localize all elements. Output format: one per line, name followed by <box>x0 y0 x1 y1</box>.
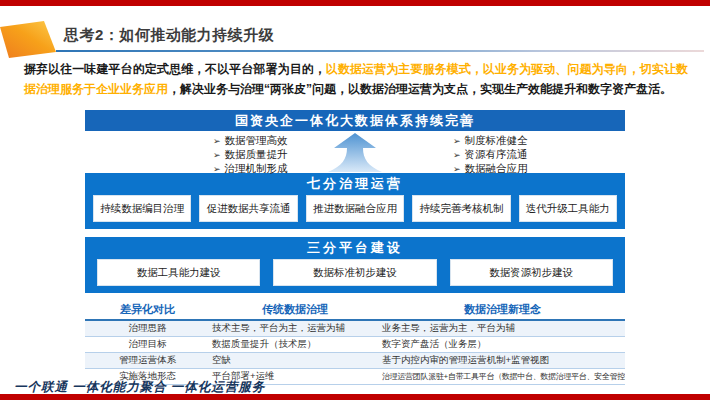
intro-text-normal-2: ，解决业务与治理“两张皮”问题，以数据治理运营为支点，实现生产效能提升和数字资产… <box>168 82 672 96</box>
bullet-arrow-icon: ➢ <box>453 164 461 174</box>
benefit-bullets-right: ➢制度标准健全 ➢资源有序流通 ➢数据融合应用 <box>453 134 528 176</box>
bullet-item: ➢数据管理高效 <box>213 134 288 148</box>
bullet-label: 制度标准健全 <box>465 134 528 146</box>
bullet-label: 治理机制形成 <box>225 162 288 174</box>
vision-banner: 国资央企一体化大数据体系持续完善 <box>85 110 625 131</box>
bullet-item: ➢制度标准健全 <box>453 134 528 148</box>
bullet-label: 数据管理高效 <box>225 134 288 146</box>
benefits-zone: ➢数据管理高效 ➢数据质量提升 ➢治理机制形成 ➢制度标准健全 ➢资源有序流通 … <box>85 131 625 173</box>
platform-panel-boxes: 数据工具能力建设 数据标准初步建设 数据资源初步建设 <box>93 259 617 286</box>
top-accent-bar <box>0 0 710 6</box>
bullet-arrow-icon: ➢ <box>453 150 461 160</box>
table-header-cell: 数据治理新理念 <box>380 302 625 317</box>
platform-panel: 三分平台建设 数据工具能力建设 数据标准初步建设 数据资源初步建设 <box>85 237 625 293</box>
table-cell-traditional: 技术主导，平台为主，运营为辅 <box>210 322 380 335</box>
governance-panel-title: 七分治理运营 <box>93 176 617 192</box>
table-row: 治理目标 数据质量提升（技术层） 数字资产盘活（业务层） <box>85 337 625 353</box>
bullet-item: ➢资源有序流通 <box>453 148 528 162</box>
table-row: 治理思路 技术主导，平台为主，运营为辅 业务主导，运营为主，平台为辅 <box>85 321 625 337</box>
table-header-row: 差异化对比 传统数据治理 数据治理新理念 <box>85 300 625 321</box>
bullet-item: ➢治理机制形成 <box>213 162 288 176</box>
governance-item: 促进数据共享流通 <box>199 195 297 222</box>
upgrade-arrow-icon <box>322 132 388 173</box>
governance-panel: 七分治理运营 持续数据编目治理 促进数据共享流通 推进数据融合应用 持续完善考核… <box>85 173 625 229</box>
table-cell-new: 治理运营团队派驻+自带工具平台（数据中台、数据治理平台、安全管控平台） <box>380 371 625 382</box>
table-header-cell: 差异化对比 <box>85 302 210 317</box>
bottom-accent-bar <box>0 394 710 400</box>
title-marker-icon <box>0 18 58 58</box>
title-row: 思考2：如何推动能力持续升级 <box>0 14 710 52</box>
title-underline <box>56 50 704 52</box>
platform-item: 数据资源初步建设 <box>450 259 613 286</box>
capability-diagram: 国资央企一体化大数据体系持续完善 ➢数据管理高效 ➢数据质量提升 ➢治理机制形成… <box>85 110 625 385</box>
table-cell-traditional: 空缺 <box>210 354 380 367</box>
table-cell-label: 管理运营体系 <box>85 354 210 367</box>
bullet-arrow-icon: ➢ <box>213 164 221 174</box>
bullet-label: 数据质量提升 <box>225 148 288 160</box>
benefit-bullets-left: ➢数据管理高效 ➢数据质量提升 ➢治理机制形成 <box>213 134 288 176</box>
bullet-item: ➢数据融合应用 <box>453 162 528 176</box>
governance-item: 推进数据融合应用 <box>306 195 404 222</box>
table-cell-label: 治理目标 <box>85 338 210 351</box>
governance-panel-boxes: 持续数据编目治理 促进数据共享流通 推进数据融合应用 持续完善考核机制 迭代升级… <box>93 195 617 222</box>
bullet-label: 资源有序流通 <box>465 148 528 160</box>
table-header-cell: 传统数据治理 <box>210 302 380 317</box>
table-cell-new: 基于内控内审的管理运营机制+监管视图 <box>380 354 625 367</box>
table-cell-new: 数字资产盘活（业务层） <box>380 338 625 351</box>
bullet-arrow-icon: ➢ <box>213 136 221 146</box>
slide: 思考2：如何推动能力持续升级 摒弃以往一味建平台的定式思维，不以平台部署为目的，… <box>0 0 710 400</box>
table-cell-new: 业务主导，运营为主，平台为辅 <box>380 322 625 335</box>
table-row: 管理运营体系 空缺 基于内控内审的管理运营机制+监管视图 <box>85 353 625 369</box>
platform-panel-title: 三分平台建设 <box>93 240 617 256</box>
comparison-table: 差异化对比 传统数据治理 数据治理新理念 治理思路 技术主导，平台为主，运营为辅… <box>85 300 625 385</box>
bullet-label: 数据融合应用 <box>465 162 528 174</box>
platform-item: 数据标准初步建设 <box>273 259 436 286</box>
intro-text-normal-1: 摒弃以往一味建平台的定式思维，不以平台部署为目的， <box>24 62 326 76</box>
bullet-item: ➢数据质量提升 <box>213 148 288 162</box>
platform-item: 数据工具能力建设 <box>97 259 260 286</box>
intro-paragraph: 摒弃以往一味建平台的定式思维，不以平台部署为目的，以数据运营为主要服务模式，以业… <box>24 60 688 99</box>
bullet-arrow-icon: ➢ <box>453 136 461 146</box>
bullet-arrow-icon: ➢ <box>213 150 221 160</box>
table-cell-traditional: 数据质量提升（技术层） <box>210 338 380 351</box>
governance-item: 持续数据编目治理 <box>93 195 191 222</box>
page-title: 思考2：如何推动能力持续升级 <box>64 26 274 45</box>
governance-item: 持续完善考核机制 <box>412 195 510 222</box>
governance-item: 迭代升级工具能力 <box>519 195 617 222</box>
table-body: 治理思路 技术主导，平台为主，运营为辅 业务主导，运营为主，平台为辅 治理目标 … <box>85 321 625 385</box>
table-cell-label: 治理思路 <box>85 322 210 335</box>
